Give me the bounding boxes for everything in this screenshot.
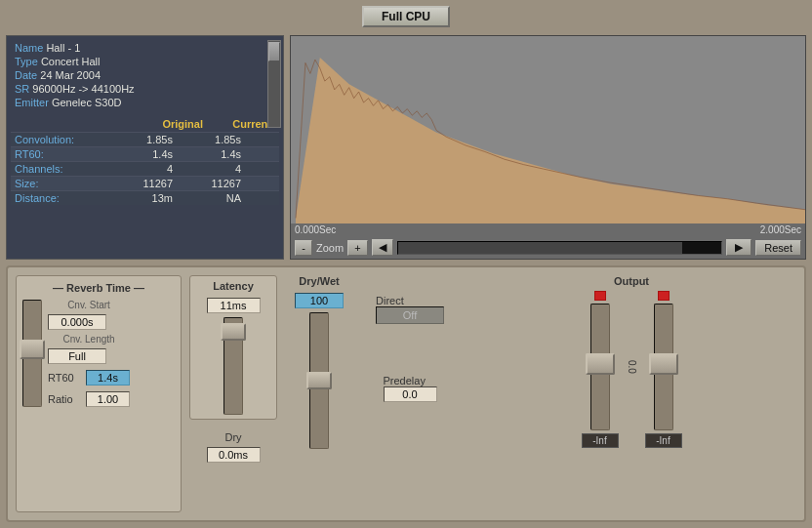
col-current: Current: [207, 118, 275, 130]
col-original: Original: [129, 118, 207, 130]
fader-inf-2: -Inf: [645, 433, 682, 448]
info-meta: Name Hall - 1 Type Concert Hall Date 24 …: [7, 36, 283, 116]
zoom-plus-button[interactable]: +: [347, 240, 367, 256]
ratio-label: Ratio: [48, 393, 82, 405]
waveform-time-bar: 0.000Sec 2.000Sec: [291, 223, 805, 236]
latency-title: Latency: [213, 280, 254, 292]
info-panel: Name Hall - 1 Type Concert Hall Date 24 …: [6, 35, 284, 260]
reverb-title: — Reverb Time —: [22, 282, 175, 294]
fader-col-2: -Inf: [645, 291, 682, 448]
latency-section: Latency Dry: [189, 275, 277, 512]
drywet-section: Dry/Wet: [285, 275, 353, 512]
direct-label: Direct: [376, 295, 444, 306]
fader-track-1[interactable]: [590, 304, 610, 430]
output-section: Output -Inf 0.0: [467, 275, 796, 512]
predelay-label: Predelay: [384, 375, 437, 386]
drywet-title: Dry/Wet: [299, 275, 339, 287]
fader-thumb-2[interactable]: [649, 353, 678, 375]
table-row: Distance: 13m NA: [11, 190, 279, 205]
reverb-controls: Cnv. Start Cnv. Length RT60 Ratio: [48, 300, 130, 407]
emitter-val: Genelec S30D: [52, 97, 122, 108]
rt60-row: RT60: [48, 370, 130, 386]
top-section: Name Hall - 1 Type Concert Hall Date 24 …: [6, 35, 806, 260]
table-row: Convolution: 1.85s 1.85s: [11, 132, 279, 146]
name-val: Hall - 1: [46, 42, 80, 54]
drywet-slider-thumb[interactable]: [306, 372, 332, 389]
table-row: Size: 11267 11267: [11, 176, 279, 190]
main-container: Full CPU Name Hall - 1 Type Concert Hall…: [0, 0, 812, 528]
date-label: Date: [15, 69, 37, 81]
table-row: Channels: 4 4: [11, 161, 279, 176]
ratio-input[interactable]: [86, 391, 130, 407]
predelay-block: Predelay: [384, 375, 437, 402]
drywet-input[interactable]: [295, 293, 344, 308]
emitter-row: Emitter Genelec S30D: [15, 97, 275, 108]
bottom-section: — Reverb Time — Cnv. Start Cnv. Length R…: [6, 265, 806, 522]
cpu-button[interactable]: Full CPU: [362, 6, 450, 27]
reverb-slider-track[interactable]: [22, 300, 42, 407]
name-row: Name Hall - 1: [15, 42, 275, 54]
zoom-label: Zoom: [316, 242, 344, 254]
table-header: Original Current: [11, 116, 279, 132]
dry-label: Dry: [224, 431, 241, 443]
sr-row: SR 96000Hz -> 44100Hz: [15, 83, 275, 95]
waveform-panel: 0.000Sec 2.000Sec - Zoom + ◀ ▶ Reset: [290, 35, 806, 260]
latency-box: Latency: [189, 275, 277, 420]
date-row: Date 24 Mar 2004: [15, 69, 275, 81]
cnv-length-input[interactable]: [48, 348, 106, 364]
play-button[interactable]: ▶: [726, 239, 751, 256]
rt60-label: RT60: [48, 372, 82, 384]
fader-red-led-1: [594, 291, 606, 301]
type-label: Type: [15, 56, 38, 67]
dry-input[interactable]: [207, 447, 261, 463]
latency-input[interactable]: [207, 298, 261, 313]
fader-red-led-2: [658, 291, 670, 301]
top-bar: Full CPU: [6, 6, 806, 27]
waveform-controls: - Zoom + ◀ ▶ Reset: [291, 236, 805, 259]
ratio-row: Ratio: [48, 391, 130, 407]
fader-inf-1: -Inf: [582, 433, 619, 448]
drywet-slider-track[interactable]: [309, 312, 329, 449]
fader-col-1: -Inf: [582, 291, 619, 448]
latency-slider-track[interactable]: [223, 317, 243, 415]
output-title: Output: [614, 275, 649, 287]
cnv-start-label: Cnv. Start: [48, 300, 130, 310]
predelay-input[interactable]: [384, 386, 437, 402]
emitter-label: Emitter: [15, 97, 49, 108]
output-faders: -Inf 0.0 -Inf: [582, 291, 682, 448]
scrollbar-position-thumb[interactable]: [682, 242, 721, 254]
waveform-svg: [291, 36, 805, 223]
direct-predelay-section: Direct Off Predelay: [361, 275, 459, 512]
scrollbar-thumb[interactable]: [268, 42, 280, 61]
waveform-scrollbar[interactable]: [397, 241, 723, 255]
type-val: Concert Hall: [41, 56, 101, 67]
type-row: Type Concert Hall: [15, 56, 275, 67]
col-empty: [15, 118, 129, 130]
name-label: Name: [15, 42, 43, 54]
date-val: 24 Mar 2004: [40, 69, 101, 81]
table-row: RT60: 1.4s 1.4s: [11, 146, 279, 161]
reverb-inner: Cnv. Start Cnv. Length RT60 Ratio: [22, 300, 175, 407]
reverb-slider-col: [22, 300, 42, 407]
waveform-display[interactable]: [291, 36, 805, 223]
sr-val: 96000Hz -> 44100Hz: [32, 83, 134, 95]
time-start: 0.000Sec: [295, 224, 336, 235]
cnv-length-label: Cnv. Length: [48, 334, 130, 345]
sr-label: SR: [15, 83, 29, 95]
direct-block: Direct Off: [376, 295, 444, 324]
fader-value-center: 0.0: [627, 291, 637, 430]
fader-track-2[interactable]: [654, 304, 673, 430]
info-scrollbar[interactable]: [267, 40, 281, 128]
scroll-left-button[interactable]: ◀: [372, 239, 393, 256]
rt60-input[interactable]: [86, 370, 130, 386]
zoom-minus-button[interactable]: -: [295, 240, 312, 256]
direct-button[interactable]: Off: [376, 306, 444, 324]
latency-slider-thumb[interactable]: [221, 323, 246, 341]
reverb-time-section: — Reverb Time — Cnv. Start Cnv. Length R…: [16, 275, 182, 512]
info-table: Original Current Convolution: 1.85s 1.85…: [7, 116, 283, 259]
cnv-start-input[interactable]: [48, 314, 106, 330]
reverb-slider-thumb[interactable]: [20, 340, 45, 359]
output-db-label: 0.0: [627, 360, 637, 374]
fader-thumb-1[interactable]: [586, 353, 615, 375]
reset-button[interactable]: Reset: [755, 240, 801, 256]
